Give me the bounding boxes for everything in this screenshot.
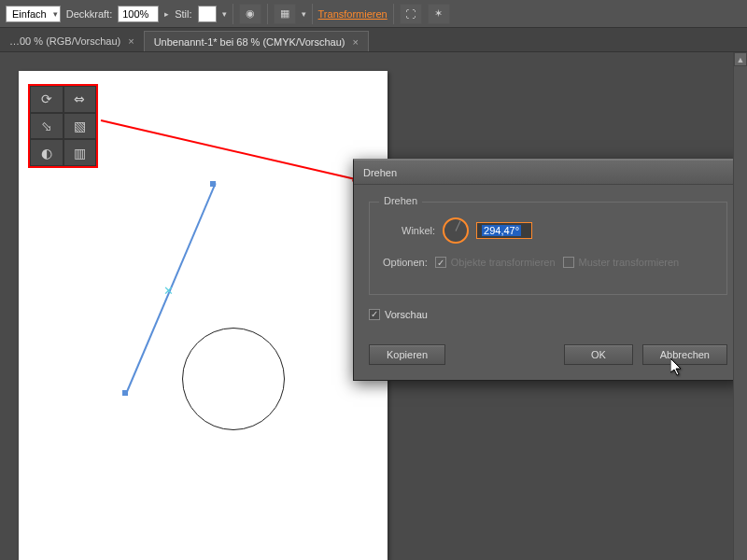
checkbox-label: Muster transformieren <box>579 257 680 268</box>
btn-label: Abbrechen <box>660 349 710 360</box>
document-tab-2[interactable]: Unbenannt-1* bei 68 % (CMYK/Vorschau) × <box>144 31 369 51</box>
dialog-titlebar[interactable]: Drehen <box>354 161 742 185</box>
reflect-tool-icon[interactable]: ⇔ <box>63 86 97 113</box>
close-icon[interactable]: × <box>128 35 134 47</box>
separator <box>312 4 313 24</box>
style-swatch[interactable] <box>198 6 217 22</box>
separator <box>267 4 268 24</box>
btn-label: OK <box>591 349 606 360</box>
dialog-title-text: Drehen <box>363 167 397 178</box>
transform-link[interactable]: Transformieren <box>318 8 388 20</box>
document-tabbar: …00 % (RGB/Vorschau) × Unbenannt-1* bei … <box>0 28 747 52</box>
close-icon[interactable]: × <box>353 36 359 48</box>
tab-label: Unbenannt-1* bei 68 % (CMYK/Vorschau) <box>154 36 345 48</box>
align-flyout-icon[interactable]: ▾ <box>302 9 306 19</box>
scroll-up-icon[interactable]: ▲ <box>734 52 747 66</box>
options-toolbar: Einfach Deckkraft: 100% ▸ Stil: ▾ ◉ ▦ ▾ … <box>0 0 747 28</box>
rotate-group: Drehen Winkel: 294,47° Optionen: ✓ Objek… <box>369 202 727 295</box>
options-label: Optionen: <box>383 257 428 268</box>
separator <box>393 4 394 24</box>
recolor-icon[interactable]: ◉ <box>239 4 261 24</box>
rotate-tool-icon[interactable]: ⟳ <box>30 86 63 113</box>
align-icon[interactable]: ▦ <box>274 4 296 24</box>
preview-label: Vorschau <box>385 309 428 320</box>
checkbox-icon: ✓ <box>369 309 380 320</box>
anchor-mid[interactable]: ✕ <box>163 284 174 298</box>
scale-tool-icon[interactable]: ▥ <box>63 139 97 166</box>
btn-label: Kopieren <box>387 349 428 360</box>
style-flyout-icon[interactable]: ▾ <box>222 9 227 19</box>
checkbox-icon <box>563 257 574 268</box>
transform-objects-checkbox: ✓ Objekte transformieren <box>435 257 556 268</box>
angle-label: Winkel: <box>402 225 435 236</box>
crop-marks-icon[interactable]: ✶ <box>428 4 450 24</box>
style-label: Stil: <box>175 8 191 20</box>
vertical-scrollbar[interactable]: ▲ <box>733 52 747 560</box>
free-transform-tool-icon[interactable]: ▧ <box>63 113 97 140</box>
opacity-label: Deckkraft: <box>66 8 113 20</box>
dialog-body: Drehen Winkel: 294,47° Optionen: ✓ Objek… <box>354 185 742 333</box>
anchor-bottom[interactable] <box>122 390 128 396</box>
group-title: Drehen <box>379 195 422 206</box>
checkbox-icon: ✓ <box>435 257 446 268</box>
brush-mode-dropdown[interactable]: Einfach <box>6 6 61 22</box>
reshape-tool-icon[interactable]: ⬂ <box>30 113 63 140</box>
preview-checkbox[interactable]: ✓ Vorschau <box>369 309 428 320</box>
angle-input[interactable]: 294,47° <box>476 222 532 239</box>
angle-wheel[interactable] <box>443 217 469 244</box>
shear-tool-icon[interactable]: ◐ <box>30 139 63 166</box>
anchor-top[interactable] <box>210 181 216 187</box>
tab-label: …00 % (RGB/Vorschau) <box>9 35 120 47</box>
copy-button[interactable]: Kopieren <box>369 344 445 365</box>
opacity-input[interactable]: 100% <box>118 6 159 22</box>
brush-mode-value: Einfach <box>12 8 47 20</box>
circle-path[interactable] <box>182 328 285 430</box>
angle-value: 294,47° <box>482 225 521 236</box>
opacity-flyout-icon[interactable]: ▸ <box>164 9 169 19</box>
cancel-button[interactable]: Abbrechen <box>642 344 727 365</box>
transform-tool-palette: ⟳ ⇔ ⬂ ▧ ◐ ▥ <box>28 84 98 168</box>
isolate-icon[interactable]: ⛶ <box>400 4 422 24</box>
separator <box>233 4 233 24</box>
document-tab-1[interactable]: …00 % (RGB/Vorschau) × <box>0 31 144 51</box>
transform-patterns-checkbox: Muster transformieren <box>563 257 680 268</box>
dialog-footer: Kopieren OK Abbrechen <box>354 333 742 380</box>
rotate-dialog: Drehen Drehen Winkel: 294,47° Optionen: … <box>353 159 743 381</box>
ok-button[interactable]: OK <box>564 344 633 365</box>
opacity-value: 100% <box>122 8 148 20</box>
checkbox-label: Objekte transformieren <box>451 257 556 268</box>
